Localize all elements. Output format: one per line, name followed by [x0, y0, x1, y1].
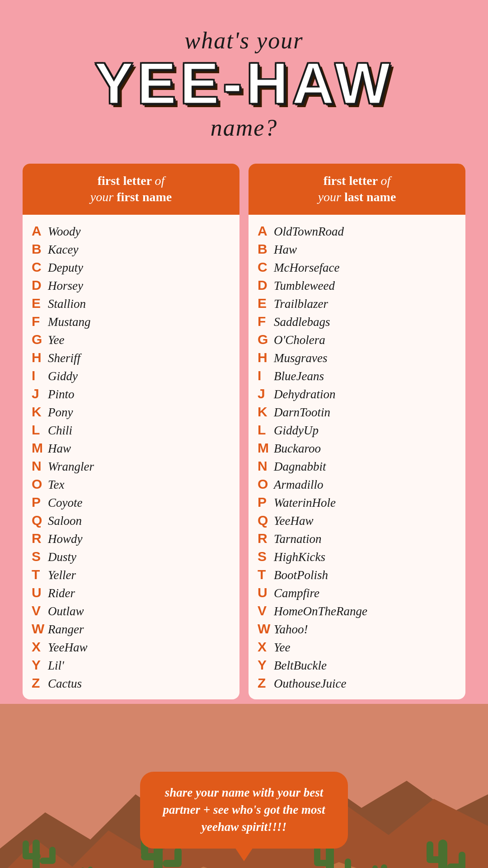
table-row: O Armadillo: [258, 475, 456, 493]
last-name-table: first letter of your last name A OldTown…: [249, 164, 465, 699]
row-name: Saddlebags: [274, 315, 330, 329]
table-row: B Haw: [258, 240, 456, 258]
first-name-header-bold2: first name: [117, 190, 172, 204]
row-name: Haw: [274, 243, 297, 257]
table-row: X Yee: [258, 638, 456, 656]
row-name: Yahoo!: [274, 623, 308, 637]
svg-rect-23: [345, 859, 351, 868]
row-letter: D: [258, 278, 274, 293]
row-letter: P: [258, 495, 274, 510]
row-letter: I: [32, 368, 48, 383]
svg-rect-31: [459, 852, 465, 868]
table-row: N Wrangler: [32, 457, 230, 475]
row-letter: S: [32, 549, 48, 564]
row-letter: F: [32, 314, 48, 329]
row-name: Stallion: [48, 297, 86, 311]
row-letter: K: [258, 404, 274, 420]
callout-text: share your name with your best partner +…: [156, 784, 332, 835]
table-row: H Musgraves: [258, 349, 456, 367]
row-name: Cactus: [48, 677, 82, 691]
table-row: D Tumbleweed: [258, 276, 456, 294]
row-letter: Q: [258, 513, 274, 528]
last-name-header-italic2: your: [318, 190, 344, 204]
table-row: I BlueJeans: [258, 367, 456, 385]
row-name: Howdy: [48, 532, 83, 546]
row-name: Deputy: [48, 261, 83, 275]
row-name: Wrangler: [48, 460, 94, 474]
last-name-header: first letter of your last name: [249, 164, 465, 215]
table-row: V Outlaw: [32, 602, 230, 620]
first-name-header: first letter of your first name: [23, 164, 239, 215]
last-name-header-italic1: of: [381, 174, 391, 188]
row-letter: W: [32, 621, 48, 637]
tables-section: first letter of your first name A Woody …: [0, 155, 488, 699]
main-title: YEE-HAW: [94, 54, 394, 113]
row-name: Yee: [274, 641, 291, 655]
table-row: G O'Cholera: [258, 330, 456, 349]
row-letter: C: [32, 259, 48, 275]
row-name: WaterinHole: [274, 496, 336, 510]
table-row: T BootPolish: [258, 566, 456, 584]
svg-rect-29: [427, 841, 433, 860]
row-letter: L: [258, 422, 274, 438]
table-row: Z OuthouseJuice: [258, 674, 456, 692]
row-letter: N: [258, 458, 274, 474]
last-name-header-bold1: first letter: [324, 174, 381, 188]
table-row: Y BeltBuckle: [258, 656, 456, 674]
row-name: Buckaroo: [274, 442, 321, 456]
row-name: Pony: [48, 406, 73, 420]
first-name-header-bold1: first letter: [98, 174, 155, 188]
row-letter: Y: [32, 657, 48, 673]
row-name: Rider: [48, 586, 75, 600]
table-row: W Yahoo!: [258, 620, 456, 638]
row-name: BootPolish: [274, 568, 328, 582]
row-letter: X: [32, 639, 48, 655]
svg-rect-27: [438, 840, 447, 868]
row-letter: Z: [258, 675, 274, 691]
row-name: Yee: [48, 333, 65, 347]
row-letter: H: [32, 350, 48, 365]
last-name-header-bold2: last name: [344, 190, 396, 204]
desert-background: share your name with your best partner +…: [0, 704, 488, 868]
row-letter: A: [258, 223, 274, 239]
row-letter: D: [32, 278, 48, 293]
row-name: HighKicks: [274, 550, 325, 564]
row-letter: T: [258, 567, 274, 582]
row-name: Musgraves: [274, 351, 327, 365]
row-name: Yeller: [48, 568, 76, 582]
table-row: N Dagnabbit: [258, 457, 456, 475]
row-letter: H: [258, 350, 274, 365]
row-name: Campfire: [274, 586, 319, 600]
row-name: Trailblazer: [274, 297, 328, 311]
row-name: BeltBuckle: [274, 659, 327, 673]
row-name: Outlaw: [48, 604, 84, 618]
table-row: H Sheriff: [32, 349, 230, 367]
row-letter: J: [258, 386, 274, 401]
table-row: C Deputy: [32, 258, 230, 276]
table-row: V HomeOnTheRange: [258, 602, 456, 620]
last-name-table-body: A OldTownRoad B Haw C McHorseface D Tumb…: [249, 215, 465, 699]
svg-rect-8: [23, 840, 29, 859]
table-row: C McHorseface: [258, 258, 456, 276]
row-letter: U: [258, 585, 274, 600]
table-row: Q Saloon: [32, 511, 230, 529]
table-row: X YeeHaw: [32, 638, 230, 656]
row-letter: G: [32, 332, 48, 347]
table-row: Q YeeHaw: [258, 511, 456, 529]
row-letter: R: [32, 531, 48, 546]
table-row: U Rider: [32, 584, 230, 602]
table-row: P WaterinHole: [258, 493, 456, 511]
table-row: S Dusty: [32, 547, 230, 566]
table-row: E Trailblazer: [258, 294, 456, 312]
table-row: I Giddy: [32, 367, 230, 385]
subtitle-bottom: name?: [18, 114, 470, 141]
row-name: Pinto: [48, 387, 75, 401]
row-name: McHorseface: [274, 261, 339, 275]
row-name: Mustang: [48, 315, 91, 329]
table-row: P Coyote: [32, 493, 230, 511]
row-name: Dusty: [48, 550, 76, 564]
row-letter: G: [258, 332, 274, 347]
row-letter: V: [258, 603, 274, 618]
row-name: Horsey: [48, 279, 83, 293]
row-letter: N: [32, 458, 48, 474]
